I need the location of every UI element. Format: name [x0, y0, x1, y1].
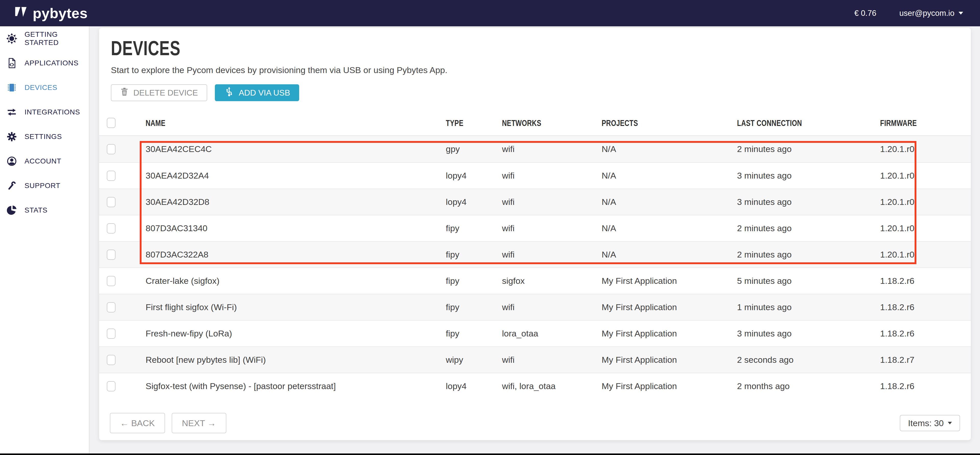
table-row[interactable]: 30AEA42CEC4CgpywifiN/A2 minutes ago1.20.…	[99, 136, 971, 162]
cell-name: 30AEA42D32A4	[137, 171, 446, 181]
sidebar-item-settings[interactable]: SETTINGS	[0, 124, 89, 149]
sidebar-item-label: INTEGRATIONS	[24, 108, 80, 116]
cell-last-connection: 2 minutes ago	[737, 250, 880, 259]
sidebar-item-devices[interactable]: DEVICES	[0, 75, 89, 100]
cell-last-connection: 3 minutes ago	[737, 329, 880, 339]
file-code-icon	[6, 57, 18, 69]
pybytes-logo: pybytes	[15, 5, 88, 21]
cell-type: fipy	[446, 329, 502, 339]
sidebar-item-label: STATS	[24, 206, 48, 214]
cell-projects: N/A	[601, 197, 737, 207]
row-checkbox[interactable]	[107, 302, 116, 312]
sidebar-nav: GETTING STARTED APPLICATIONS DEVICES INT…	[0, 26, 89, 223]
table-row[interactable]: Sigfox-test (with Pysense) - [pastoor pe…	[99, 373, 971, 399]
cell-name: First flight sigfox (Wi-Fi)	[137, 302, 446, 312]
cell-last-connection: 3 minutes ago	[737, 197, 880, 207]
table-row[interactable]: 807D3AC322A8fipywifiN/A2 minutes ago1.20…	[99, 241, 971, 267]
user-email: user@pycom.io	[899, 9, 955, 18]
user-menu[interactable]: user@pycom.io	[899, 9, 963, 18]
row-checkbox[interactable]	[107, 381, 116, 391]
sidebar-item-integrations[interactable]: INTEGRATIONS	[0, 100, 89, 124]
cell-projects: My First Application	[601, 276, 737, 286]
table-body: 30AEA42CEC4CgpywifiN/A2 minutes ago1.20.…	[99, 136, 971, 399]
table-row[interactable]: First flight sigfox (Wi-Fi)fipywifiMy Fi…	[99, 294, 971, 320]
cell-name: 30AEA42CEC4C	[137, 144, 446, 154]
add-via-usb-button[interactable]: ADD VIA USB	[215, 84, 299, 101]
cell-name: 807D3AC31340	[137, 223, 446, 233]
account-balance: € 0.76	[854, 9, 876, 18]
cell-networks: wifi	[502, 197, 601, 207]
chip-icon	[6, 81, 18, 94]
cell-networks: wifi	[502, 171, 601, 181]
table-row[interactable]: 30AEA42D32D8lopy4wifiN/A3 minutes ago1.2…	[99, 189, 971, 215]
column-header-name: NAME	[137, 118, 446, 128]
cell-name: Crater-lake (sigfox)	[137, 276, 446, 286]
sidebar-item-support[interactable]: SUPPORT	[0, 173, 89, 198]
sidebar-item-getting-started[interactable]: GETTING STARTED	[0, 26, 89, 51]
cell-projects: N/A	[601, 171, 737, 181]
row-checkbox[interactable]	[107, 144, 116, 154]
sidebar-item-applications[interactable]: APPLICATIONS	[0, 51, 89, 75]
back-button[interactable]: ← BACK	[110, 413, 165, 433]
cell-firmware: 1.18.2.r6	[880, 381, 971, 391]
column-header-projects: PROJECTS	[601, 118, 737, 128]
cell-networks: wifi	[502, 355, 601, 365]
table-row[interactable]: Crater-lake (sigfox)fipysigfoxMy First A…	[99, 267, 971, 294]
row-checkbox[interactable]	[107, 171, 116, 181]
cell-firmware: 1.20.1.r0	[880, 223, 971, 233]
cell-type: lopy4	[446, 171, 502, 181]
window-bottom-edge	[0, 453, 980, 455]
sidebar-item-label: APPLICATIONS	[24, 59, 78, 67]
table-row[interactable]: Reboot [new pybytes lib] (WiFi)wipywifiM…	[99, 347, 971, 373]
cell-type: gpy	[446, 144, 502, 154]
sidebar-item-stats[interactable]: STATS	[0, 198, 89, 223]
cell-projects: N/A	[601, 250, 737, 259]
column-header-firmware: FIRMWARE	[880, 118, 971, 128]
devices-card: DEVICES Start to explore the Pycom devic…	[99, 28, 971, 440]
cell-projects: My First Application	[601, 381, 737, 391]
wrench-icon	[6, 180, 18, 192]
usb-icon	[224, 86, 234, 100]
sidebar-item-account[interactable]: ACCOUNT	[0, 149, 89, 173]
row-checkbox[interactable]	[107, 276, 116, 286]
pagination: ← BACK NEXT → Items: 30	[99, 413, 971, 433]
cell-last-connection: 5 minutes ago	[737, 276, 880, 286]
sidebar-item-label: DEVICES	[24, 84, 57, 92]
column-header-networks: NETWORKS	[502, 118, 601, 128]
sidebar: GETTING STARTED APPLICATIONS DEVICES INT…	[0, 26, 89, 455]
chevron-down-icon	[959, 12, 963, 14]
arrows-exchange-icon	[6, 106, 18, 118]
row-checkbox[interactable]	[107, 250, 116, 260]
cell-type: fipy	[446, 276, 502, 286]
cell-last-connection: 2 minutes ago	[737, 223, 880, 233]
main-content: DEVICES Start to explore the Pycom devic…	[90, 26, 980, 455]
select-all-checkbox[interactable]	[107, 118, 116, 128]
cell-type: lopy4	[446, 197, 502, 207]
table-row[interactable]: Fresh-new-fipy (LoRa)fipylora_otaaMy Fir…	[99, 320, 971, 347]
logo-text: pybytes	[33, 5, 88, 21]
topbar: pybytes € 0.76 user@pycom.io	[0, 0, 980, 26]
row-checkbox[interactable]	[107, 223, 116, 234]
next-button[interactable]: NEXT →	[172, 413, 226, 433]
column-header-type: TYPE	[446, 118, 502, 128]
cell-last-connection: 2 minutes ago	[737, 144, 880, 154]
cell-type: fipy	[446, 223, 502, 233]
table-row[interactable]: 807D3AC31340fipywifiN/A2 minutes ago1.20…	[99, 215, 971, 241]
cell-networks: wifi	[502, 302, 601, 312]
table-row[interactable]: 30AEA42D32A4lopy4wifiN/A3 minutes ago1.2…	[99, 162, 971, 189]
cell-type: fipy	[446, 302, 502, 312]
items-per-page-dropdown[interactable]: Items: 30	[900, 415, 960, 431]
cell-last-connection: 2 seconds ago	[737, 355, 880, 365]
delete-device-button[interactable]: DELETE DEVICE	[111, 84, 207, 101]
cell-last-connection: 3 minutes ago	[737, 171, 880, 181]
row-checkbox[interactable]	[107, 355, 116, 365]
row-checkbox[interactable]	[107, 329, 116, 339]
sun-icon	[6, 32, 18, 45]
pycom-logo-icon	[15, 6, 28, 20]
row-checkbox[interactable]	[107, 197, 116, 207]
cell-networks: wifi	[502, 250, 601, 259]
items-per-page-label: Items: 30	[908, 418, 944, 428]
cell-projects: My First Application	[601, 329, 737, 339]
cell-last-connection: 2 months ago	[737, 381, 880, 391]
cell-networks: sigfox	[502, 276, 601, 286]
